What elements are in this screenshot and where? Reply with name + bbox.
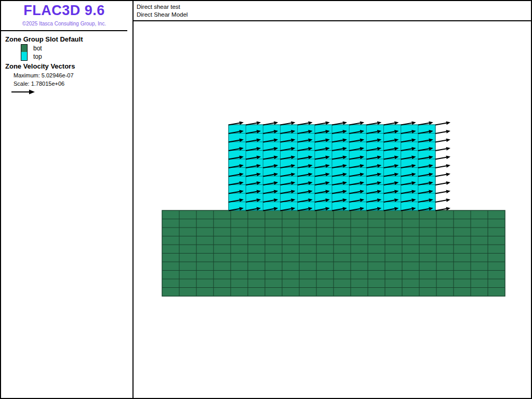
zone-block-bot: [162, 210, 505, 296]
app-title: FLAC3D 9.6: [1, 3, 127, 19]
model-viewport[interactable]: [134, 21, 531, 398]
plot-title-box: Direct shear test Direct Shear Model: [134, 1, 531, 21]
plot-title-line2: Direct Shear Model: [137, 11, 531, 19]
vector-scale-value: Scale: 1.78015e+06: [14, 81, 64, 87]
sidebar-divider: [1, 30, 127, 31]
top-label: top: [33, 53, 42, 60]
model-view[interactable]: [134, 21, 531, 398]
app-window: FLAC3D 9.6 ©2025 Itasca Consulting Group…: [0, 0, 532, 399]
top-color-swatch: [21, 52, 28, 61]
bot-label: bot: [33, 45, 42, 52]
bot-color-swatch: [21, 44, 28, 52]
plot-pane: Direct shear test Direct Shear Model: [134, 1, 531, 398]
plot-title-line1: Direct shear test: [137, 3, 531, 11]
legend-sidebar: FLAC3D 9.6 ©2025 Itasca Consulting Group…: [1, 1, 132, 398]
vector-maximum-value: Maximum: 5.02946e-07: [14, 72, 74, 78]
zone-group-heading: Zone Group Slot Default: [5, 35, 83, 43]
legend-item-top: top: [21, 52, 42, 61]
copyright-text: ©2025 Itasca Consulting Group, Inc.: [1, 21, 127, 26]
legend-item-bot: bot: [21, 44, 42, 52]
scale-arrow-icon: [11, 89, 35, 95]
velocity-vectors-heading: Zone Velocity Vectors: [5, 62, 75, 70]
